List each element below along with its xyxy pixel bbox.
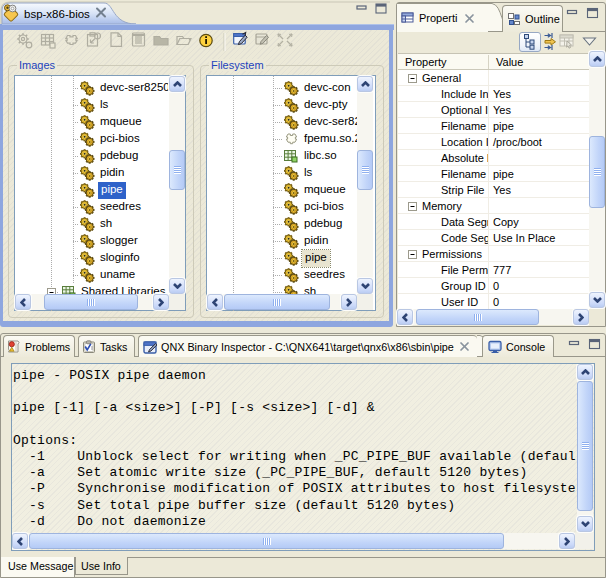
svg-text:bsp-x86-bios: bsp-x86-bios [24,8,90,20]
